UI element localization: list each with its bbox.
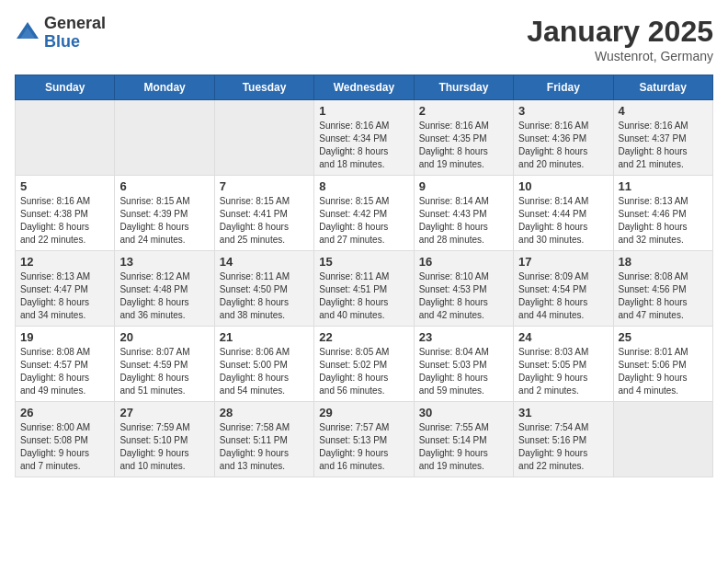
calendar-cell: 15Sunrise: 8:11 AM Sunset: 4:51 PM Dayli… bbox=[314, 251, 414, 327]
day-info: Sunrise: 8:08 AM Sunset: 4:57 PM Dayligh… bbox=[20, 346, 109, 397]
day-number: 28 bbox=[220, 406, 309, 419]
calendar-week-row: 19Sunrise: 8:08 AM Sunset: 4:57 PM Dayli… bbox=[16, 327, 713, 402]
day-number: 25 bbox=[619, 330, 708, 344]
calendar-cell: 18Sunrise: 8:08 AM Sunset: 4:56 PM Dayli… bbox=[613, 251, 712, 327]
calendar-cell: 8Sunrise: 8:15 AM Sunset: 4:42 PM Daylig… bbox=[314, 176, 414, 251]
calendar-week-row: 26Sunrise: 8:00 AM Sunset: 5:08 PM Dayli… bbox=[16, 402, 713, 477]
day-number: 12 bbox=[20, 255, 109, 269]
day-number: 29 bbox=[319, 406, 408, 419]
calendar-cell: 19Sunrise: 8:08 AM Sunset: 4:57 PM Dayli… bbox=[16, 327, 115, 402]
calendar-cell bbox=[613, 402, 712, 477]
calendar-cell: 20Sunrise: 8:07 AM Sunset: 4:59 PM Dayli… bbox=[115, 327, 214, 402]
day-number: 3 bbox=[518, 104, 608, 118]
day-number: 20 bbox=[119, 330, 209, 344]
day-info: Sunrise: 8:09 AM Sunset: 4:54 PM Dayligh… bbox=[518, 270, 608, 322]
calendar-cell: 26Sunrise: 8:00 AM Sunset: 5:08 PM Dayli… bbox=[16, 402, 115, 477]
calendar-cell: 6Sunrise: 8:15 AM Sunset: 4:39 PM Daylig… bbox=[115, 176, 214, 251]
day-info: Sunrise: 8:15 AM Sunset: 4:42 PM Dayligh… bbox=[319, 195, 408, 247]
calendar-cell: 17Sunrise: 8:09 AM Sunset: 4:54 PM Dayli… bbox=[514, 251, 613, 327]
day-info: Sunrise: 8:03 AM Sunset: 5:05 PM Dayligh… bbox=[518, 346, 608, 397]
page-header: General Blue January 2025 Wustenrot, Ger… bbox=[15, 15, 713, 63]
day-info: Sunrise: 8:07 AM Sunset: 4:59 PM Dayligh… bbox=[119, 346, 209, 397]
day-number: 24 bbox=[518, 330, 608, 344]
day-number: 27 bbox=[119, 406, 209, 419]
day-info: Sunrise: 8:00 AM Sunset: 5:08 PM Dayligh… bbox=[20, 421, 109, 473]
calendar-cell: 3Sunrise: 8:16 AM Sunset: 4:36 PM Daylig… bbox=[514, 100, 613, 176]
calendar-cell: 11Sunrise: 8:13 AM Sunset: 4:46 PM Dayli… bbox=[613, 176, 712, 251]
calendar-cell: 5Sunrise: 8:16 AM Sunset: 4:38 PM Daylig… bbox=[16, 176, 115, 251]
day-number: 10 bbox=[518, 179, 608, 193]
calendar-week-row: 5Sunrise: 8:16 AM Sunset: 4:38 PM Daylig… bbox=[16, 176, 713, 251]
calendar-cell: 21Sunrise: 8:06 AM Sunset: 5:00 PM Dayli… bbox=[214, 327, 313, 402]
day-info: Sunrise: 7:59 AM Sunset: 5:10 PM Dayligh… bbox=[119, 421, 209, 473]
day-number: 23 bbox=[419, 330, 508, 344]
day-number: 31 bbox=[518, 406, 608, 419]
calendar-location: Wustenrot, Germany bbox=[527, 49, 713, 63]
day-info: Sunrise: 8:16 AM Sunset: 4:36 PM Dayligh… bbox=[518, 120, 608, 171]
day-number: 17 bbox=[518, 255, 608, 269]
calendar-week-row: 1Sunrise: 8:16 AM Sunset: 4:34 PM Daylig… bbox=[16, 100, 713, 176]
calendar-cell: 16Sunrise: 8:10 AM Sunset: 4:53 PM Dayli… bbox=[414, 251, 513, 327]
day-info: Sunrise: 8:15 AM Sunset: 4:41 PM Dayligh… bbox=[220, 195, 309, 247]
day-info: Sunrise: 8:06 AM Sunset: 5:00 PM Dayligh… bbox=[220, 346, 309, 397]
calendar-cell: 31Sunrise: 7:54 AM Sunset: 5:16 PM Dayli… bbox=[514, 402, 613, 477]
day-info: Sunrise: 8:05 AM Sunset: 5:02 PM Dayligh… bbox=[319, 346, 408, 397]
calendar-cell: 24Sunrise: 8:03 AM Sunset: 5:05 PM Dayli… bbox=[514, 327, 613, 402]
calendar-title: January 2025 bbox=[527, 15, 713, 49]
day-info: Sunrise: 8:08 AM Sunset: 4:56 PM Dayligh… bbox=[619, 270, 708, 322]
day-number: 14 bbox=[220, 255, 309, 269]
day-info: Sunrise: 7:55 AM Sunset: 5:14 PM Dayligh… bbox=[419, 421, 508, 473]
day-info: Sunrise: 8:12 AM Sunset: 4:48 PM Dayligh… bbox=[119, 270, 209, 322]
calendar-cell: 9Sunrise: 8:14 AM Sunset: 4:43 PM Daylig… bbox=[414, 176, 513, 251]
day-info: Sunrise: 8:15 AM Sunset: 4:39 PM Dayligh… bbox=[119, 195, 209, 247]
day-number: 26 bbox=[20, 406, 109, 419]
weekday-header-monday: Monday bbox=[115, 75, 214, 100]
day-info: Sunrise: 8:16 AM Sunset: 4:34 PM Dayligh… bbox=[319, 120, 408, 171]
calendar-cell bbox=[16, 100, 115, 176]
day-number: 16 bbox=[419, 255, 508, 269]
logo: General Blue bbox=[15, 15, 106, 52]
calendar-cell: 10Sunrise: 8:14 AM Sunset: 4:44 PM Dayli… bbox=[514, 176, 613, 251]
day-number: 30 bbox=[419, 406, 508, 419]
calendar-cell: 12Sunrise: 8:13 AM Sunset: 4:47 PM Dayli… bbox=[16, 251, 115, 327]
day-info: Sunrise: 7:54 AM Sunset: 5:16 PM Dayligh… bbox=[518, 421, 608, 473]
day-info: Sunrise: 8:10 AM Sunset: 4:53 PM Dayligh… bbox=[419, 270, 508, 322]
day-number: 11 bbox=[619, 179, 708, 193]
day-info: Sunrise: 8:16 AM Sunset: 4:37 PM Dayligh… bbox=[619, 120, 708, 171]
weekday-header-friday: Friday bbox=[514, 75, 613, 100]
day-number: 2 bbox=[419, 104, 508, 118]
day-info: Sunrise: 7:57 AM Sunset: 5:13 PM Dayligh… bbox=[319, 421, 408, 473]
calendar-cell: 1Sunrise: 8:16 AM Sunset: 4:34 PM Daylig… bbox=[314, 100, 414, 176]
day-number: 15 bbox=[319, 255, 408, 269]
calendar-cell: 25Sunrise: 8:01 AM Sunset: 5:06 PM Dayli… bbox=[613, 327, 712, 402]
day-number: 22 bbox=[319, 330, 408, 344]
day-info: Sunrise: 8:04 AM Sunset: 5:03 PM Dayligh… bbox=[419, 346, 508, 397]
day-info: Sunrise: 8:14 AM Sunset: 4:44 PM Dayligh… bbox=[518, 195, 608, 247]
day-number: 21 bbox=[220, 330, 309, 344]
day-info: Sunrise: 8:13 AM Sunset: 4:47 PM Dayligh… bbox=[20, 270, 109, 322]
title-block: January 2025 Wustenrot, Germany bbox=[527, 15, 713, 63]
calendar-cell: 2Sunrise: 8:16 AM Sunset: 4:35 PM Daylig… bbox=[414, 100, 513, 176]
day-info: Sunrise: 8:16 AM Sunset: 4:35 PM Dayligh… bbox=[419, 120, 508, 171]
day-info: Sunrise: 8:01 AM Sunset: 5:06 PM Dayligh… bbox=[619, 346, 708, 397]
weekday-header-tuesday: Tuesday bbox=[214, 75, 313, 100]
calendar-table: SundayMondayTuesdayWednesdayThursdayFrid… bbox=[15, 75, 713, 477]
calendar-cell: 23Sunrise: 8:04 AM Sunset: 5:03 PM Dayli… bbox=[414, 327, 513, 402]
logo-icon bbox=[15, 20, 40, 46]
day-number: 18 bbox=[619, 255, 708, 269]
day-info: Sunrise: 8:11 AM Sunset: 4:51 PM Dayligh… bbox=[319, 270, 408, 322]
day-info: Sunrise: 8:13 AM Sunset: 4:46 PM Dayligh… bbox=[619, 195, 708, 247]
day-number: 8 bbox=[319, 179, 408, 193]
weekday-header-thursday: Thursday bbox=[414, 75, 513, 100]
calendar-cell: 22Sunrise: 8:05 AM Sunset: 5:02 PM Dayli… bbox=[314, 327, 414, 402]
day-number: 7 bbox=[220, 179, 309, 193]
weekday-header-sunday: Sunday bbox=[16, 75, 115, 100]
day-info: Sunrise: 7:58 AM Sunset: 5:11 PM Dayligh… bbox=[220, 421, 309, 473]
calendar-cell: 4Sunrise: 8:16 AM Sunset: 4:37 PM Daylig… bbox=[613, 100, 712, 176]
logo-blue-text: Blue bbox=[44, 33, 106, 52]
day-info: Sunrise: 8:16 AM Sunset: 4:38 PM Dayligh… bbox=[20, 195, 109, 247]
calendar-week-row: 12Sunrise: 8:13 AM Sunset: 4:47 PM Dayli… bbox=[16, 251, 713, 327]
calendar-cell: 13Sunrise: 8:12 AM Sunset: 4:48 PM Dayli… bbox=[115, 251, 214, 327]
calendar-cell: 14Sunrise: 8:11 AM Sunset: 4:50 PM Dayli… bbox=[214, 251, 313, 327]
day-info: Sunrise: 8:14 AM Sunset: 4:43 PM Dayligh… bbox=[419, 195, 508, 247]
